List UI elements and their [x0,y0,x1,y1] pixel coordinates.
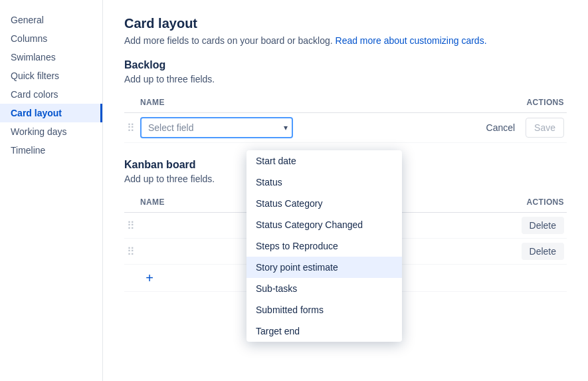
kanban-handle-header [124,192,138,213]
dropdown-item-status[interactable]: Status [246,172,402,193]
kanban-drag-handle-2[interactable]: ⠿ [124,239,138,265]
dropdown-item-target-end[interactable]: Target end [246,320,402,342]
kanban-delete-button-2[interactable]: Delete [522,243,564,260]
add-field-button[interactable]: + [140,269,159,287]
sidebar: GeneralColumnsSwimlanesQuick filtersCard… [0,0,103,381]
actions-column-header: Actions [410,92,567,113]
sidebar-item-quick-filters[interactable]: Quick filters [0,66,102,85]
dropdown-item-status-category[interactable]: Status Category [246,193,402,214]
backlog-section-desc: Add up to three fields. [124,74,567,84]
read-more-link[interactable]: Read more about customizing cards. [336,35,487,46]
sidebar-item-swimlanes[interactable]: Swimlanes [0,48,102,66]
sidebar-item-card-colors[interactable]: Card colors [0,85,102,104]
field-dropdown: Start dateStatusStatus CategoryStatus Ca… [246,150,402,342]
backlog-table: Name Actions ⠿ Select field ▾ Cancel Sa [124,92,567,143]
sidebar-item-timeline[interactable]: Timeline [0,141,102,160]
sidebar-item-card-layout[interactable]: Card layout [0,104,102,122]
select-field-row: ⠿ Select field ▾ Cancel Save [124,113,567,143]
backlog-section-title: Backlog [124,59,567,71]
dropdown-item-story-point-estimate[interactable]: Story point estimate [246,257,402,278]
cancel-button[interactable]: Cancel [478,118,524,137]
dropdown-item-steps-to-reproduce[interactable]: Steps to Reproduce [246,235,402,257]
page-title: Card layout [124,16,567,31]
field-select[interactable]: Select field [140,117,293,138]
select-field-cell: Select field ▾ [138,113,410,143]
sidebar-item-general[interactable]: General [0,11,102,29]
kanban-drag-handle-1[interactable]: ⠿ [124,213,138,239]
page-desc-text: Add more fields to cards on your board o… [124,35,336,46]
sidebar-item-working-days[interactable]: Working days [0,122,102,141]
dropdown-item-status-category-changed[interactable]: Status Category Changed [246,214,402,235]
dropdown-item-submitted-forms[interactable]: Submitted forms [246,299,402,320]
drag-handle-icon[interactable]: ⠿ [124,113,138,143]
kanban-delete-button-1[interactable]: Delete [522,217,564,234]
name-column-header: Name [138,92,410,113]
select-row-actions: Cancel Save [410,113,567,143]
select-field-wrapper: Select field ▾ [140,117,293,138]
table-handle-header [124,92,138,113]
main-content: Card layout Add more fields to cards on … [103,0,588,381]
dropdown-item-start-date[interactable]: Start date [246,150,402,172]
dropdown-item-sub-tasks[interactable]: Sub-tasks [246,278,402,299]
page-description: Add more fields to cards on your board o… [124,35,567,46]
kanban-add-handle [124,265,138,292]
sidebar-item-columns[interactable]: Columns [0,29,102,48]
save-button[interactable]: Save [526,118,564,138]
